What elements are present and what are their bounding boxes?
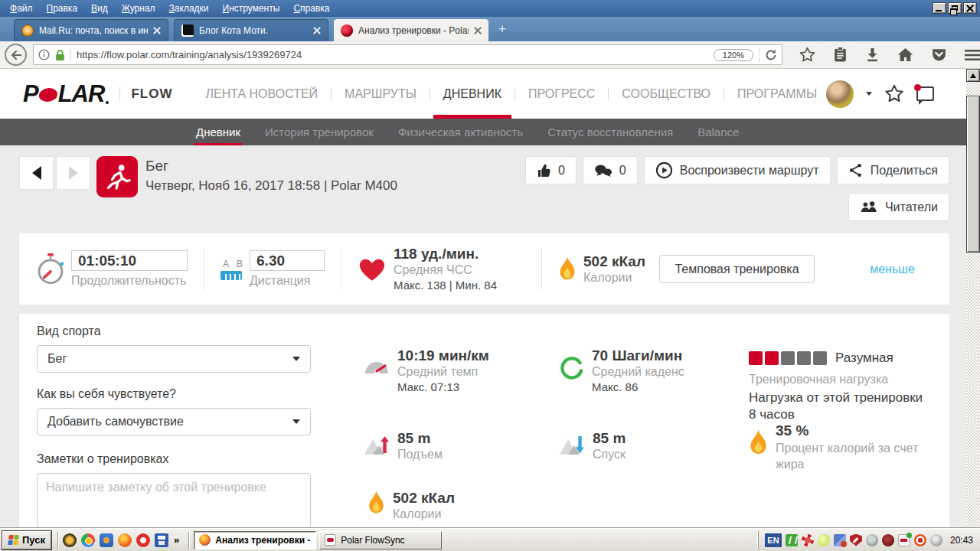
start-button[interactable]: Пуск bbox=[2, 531, 51, 549]
url-input[interactable] bbox=[77, 49, 708, 60]
followers-button[interactable]: Читатели bbox=[848, 193, 949, 221]
blue-squares-error-icon[interactable] bbox=[834, 534, 846, 546]
menu-edit[interactable]: Правка bbox=[40, 1, 85, 16]
notifications-icon[interactable] bbox=[916, 86, 934, 101]
address-bar[interactable]: 120% bbox=[33, 44, 782, 65]
floppy-save-icon[interactable] bbox=[155, 533, 168, 547]
tab-title: Блог Кота Моти. bbox=[199, 25, 308, 36]
menu-file[interactable]: Файл bbox=[3, 1, 40, 16]
hamburger-menu-icon[interactable] bbox=[965, 49, 980, 61]
lock-icon[interactable] bbox=[55, 49, 65, 61]
new-tab-button[interactable]: + bbox=[494, 21, 511, 37]
pocket-icon[interactable] bbox=[931, 47, 947, 63]
grey-sphere-icon[interactable] bbox=[930, 534, 942, 546]
share-button[interactable]: Поделиться bbox=[837, 156, 949, 184]
menu-tools[interactable]: Инструменты bbox=[216, 1, 287, 16]
feeling-select-label: Как вы себя чувствуете? bbox=[37, 387, 311, 401]
minimize-button[interactable] bbox=[933, 2, 946, 14]
windows-logo-icon bbox=[8, 535, 19, 545]
share-icon bbox=[848, 162, 864, 178]
scroll-up-button[interactable] bbox=[966, 69, 980, 82]
polar-favicon bbox=[341, 24, 353, 37]
nav-routes[interactable]: МАРШРУТЫ bbox=[332, 69, 430, 119]
blue-app-icon[interactable] bbox=[100, 533, 113, 547]
browser-tab-mailru[interactable]: Mail.Ru: почта, поиск в инт… bbox=[14, 19, 168, 41]
tab-close-icon[interactable] bbox=[153, 27, 161, 34]
menu-view[interactable]: Вид bbox=[84, 1, 115, 16]
task-title: Анализ тренировки - ... bbox=[215, 535, 311, 546]
replay-route-button[interactable]: Воспроизвести маршрут bbox=[644, 156, 831, 184]
like-button[interactable]: 0 bbox=[525, 156, 577, 184]
task-button-flowsync[interactable]: Polar FlowSync bbox=[319, 531, 442, 549]
show-less-link[interactable]: меньше bbox=[870, 262, 915, 276]
back-button[interactable] bbox=[5, 44, 27, 66]
polar-logo[interactable]: PLAR bbox=[23, 80, 109, 108]
subnav-balance[interactable]: Balance bbox=[685, 119, 751, 145]
zoom-level-badge[interactable]: 120% bbox=[714, 49, 753, 61]
sport-select[interactable]: Бег bbox=[37, 345, 311, 373]
notes-label: Заметки о тренировках bbox=[37, 452, 311, 466]
cadence-stat: 70 Шаги/мин Средний каденс Макс. 86 bbox=[559, 347, 684, 393]
firefox-icon[interactable] bbox=[118, 533, 132, 547]
webcam-icon[interactable] bbox=[866, 534, 878, 546]
info-icon[interactable] bbox=[38, 49, 50, 60]
task-button-firefox[interactable]: Анализ тренировки - ... bbox=[194, 531, 316, 549]
green-a-icon[interactable] bbox=[786, 534, 798, 546]
cadence-cycle-icon bbox=[559, 355, 584, 393]
notes-textarea[interactable] bbox=[37, 473, 311, 528]
language-indicator[interactable]: EN bbox=[765, 533, 782, 547]
home-icon[interactable] bbox=[897, 47, 913, 62]
library-clipboard-icon[interactable] bbox=[833, 47, 848, 63]
comments-button[interactable]: 0 bbox=[583, 156, 638, 184]
distance-input[interactable] bbox=[250, 250, 325, 271]
urlbar-divider bbox=[759, 48, 760, 62]
heart-rate-label: Средняя ЧСС bbox=[394, 263, 525, 277]
nav-programs[interactable]: ПРОГРАММЫ bbox=[724, 69, 830, 119]
subnav-history[interactable]: История тренировок bbox=[253, 119, 386, 145]
nav-feed[interactable]: ЛЕНТА НОВОСТЕЙ bbox=[192, 69, 331, 119]
downloads-icon[interactable] bbox=[865, 47, 880, 62]
menu-history[interactable]: Журнал bbox=[115, 1, 162, 16]
page-scrollbar[interactable] bbox=[966, 69, 980, 528]
subnav-recovery[interactable]: Статус восстановления bbox=[535, 119, 685, 145]
nav-community[interactable]: СООБЩЕСТВО bbox=[609, 69, 724, 119]
taskbar-clock[interactable]: 20:43 bbox=[950, 535, 973, 546]
browser-tab-blog[interactable]: Блог Кота Моти. bbox=[174, 19, 328, 41]
red-burst-icon[interactable] bbox=[802, 534, 814, 546]
scrollbar-thumb[interactable] bbox=[966, 96, 980, 253]
subnav-activity[interactable]: Физическая активность bbox=[386, 119, 535, 145]
red-target-icon[interactable] bbox=[914, 534, 926, 546]
nav-progress[interactable]: ПРОГРЕСС bbox=[515, 69, 608, 119]
subnav-diary[interactable]: Дневник bbox=[184, 119, 253, 145]
reload-icon[interactable] bbox=[765, 49, 777, 61]
leaf-icon[interactable] bbox=[818, 534, 830, 546]
tab-close-icon[interactable] bbox=[313, 27, 321, 34]
nav-diary[interactable]: ДНЕВНИК bbox=[430, 69, 514, 119]
duration-input[interactable] bbox=[71, 250, 188, 271]
feeling-select[interactable]: Добавить самочувствие bbox=[37, 408, 311, 435]
chevron-down-icon[interactable] bbox=[866, 92, 872, 96]
avatar[interactable] bbox=[826, 80, 854, 108]
bookmark-star-icon[interactable] bbox=[799, 47, 815, 63]
opera-icon[interactable] bbox=[136, 533, 150, 547]
flowsync-doc-icon[interactable] bbox=[898, 534, 910, 546]
quick-launch-overflow[interactable]: » bbox=[174, 534, 179, 546]
system-tray: EN 20:43 bbox=[758, 531, 980, 549]
menu-bookmarks[interactable]: Закладки bbox=[162, 1, 216, 16]
tab-close-icon[interactable] bbox=[474, 27, 482, 34]
workout-tag-button[interactable]: Темповая тренировка bbox=[659, 255, 815, 283]
chrome-icon[interactable] bbox=[81, 533, 95, 547]
load-square-filled bbox=[749, 351, 763, 365]
gold-app-icon[interactable] bbox=[63, 533, 77, 547]
browser-tab-polar-active[interactable]: Анализ тренировки - Polar F… bbox=[334, 19, 488, 41]
red-shield-icon[interactable] bbox=[850, 534, 862, 546]
next-session-button[interactable] bbox=[56, 156, 90, 190]
close-button[interactable] bbox=[963, 2, 977, 14]
previous-session-button[interactable] bbox=[19, 156, 54, 190]
favorites-star-icon[interactable] bbox=[884, 84, 904, 103]
training-titles: Бег Четверг, Нояб 16, 2017 18:58 | Polar… bbox=[145, 156, 397, 221]
summary-divider bbox=[341, 248, 341, 290]
dark-red-disc-icon[interactable] bbox=[882, 534, 894, 546]
restore-button[interactable] bbox=[948, 2, 962, 14]
menu-help[interactable]: Справка bbox=[286, 1, 336, 16]
